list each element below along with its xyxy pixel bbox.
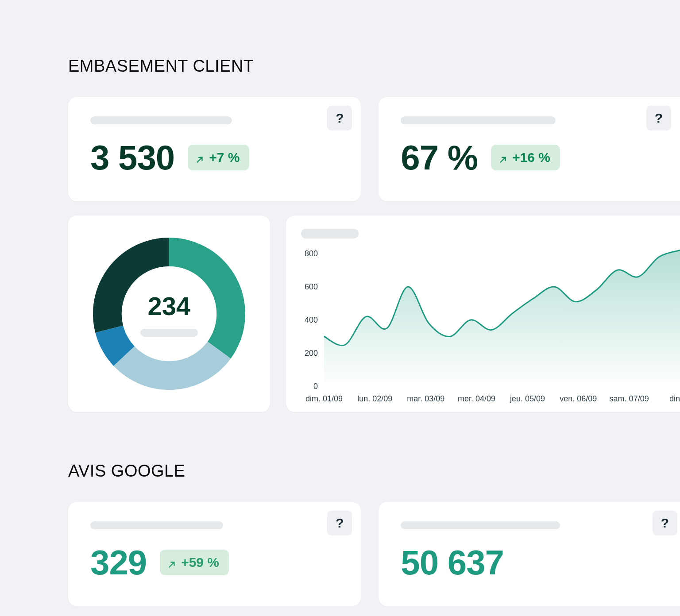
svg-text:jeu. 05/09: jeu. 05/09 [510,394,545,403]
area-chart: 0200400600800dim. 01/09lun. 02/09mar. 03… [299,249,680,408]
question-icon: ? [661,516,669,531]
question-icon: ? [655,111,663,126]
svg-text:din: din [669,394,680,403]
dashboard-canvas: EMBASEMENT CLIENT ? 3 530 +7 % ? [0,0,680,616]
svg-text:mer. 04/09: mer. 04/09 [458,394,495,403]
arrow-up-icon [195,153,205,162]
kpi-card-count: ? 3 530 +7 % [68,97,361,201]
kpi-value: 67 % [401,140,478,175]
kpi-card-rate: ? 67 % +16 % [379,97,680,201]
help-button[interactable]: ? [653,511,677,535]
trend-value: +7 % [209,150,240,165]
trend-badge: +59 % [160,550,229,575]
donut-chart-card: 234 [68,216,270,412]
kpi-value: 50 637 [401,545,504,580]
donut-center-value: 234 [148,291,191,321]
donut-sub-placeholder [140,329,198,337]
section-title-embasement: EMBASEMENT CLIENT [68,57,680,76]
question-icon: ? [336,516,344,531]
area-label-placeholder [301,229,359,239]
kpi-row-1: ? 3 530 +7 % ? 67 % [68,97,680,201]
arrow-up-icon [167,558,177,567]
kpi-label-placeholder [401,521,560,529]
kpi-value: 329 [90,545,147,580]
charts-row: 234 0200400600800dim. 01/09lun. 02/09mar… [68,216,680,412]
svg-text:mar. 03/09: mar. 03/09 [407,394,444,403]
svg-text:400: 400 [305,316,318,324]
kpi-card-avis-views: ? 50 637 [379,502,680,606]
trend-value: +16 % [512,150,550,165]
kpi-label-placeholder [401,116,556,124]
trend-badge: +16 % [491,145,560,170]
help-button[interactable]: ? [646,106,671,131]
question-icon: ? [336,111,344,126]
svg-text:600: 600 [305,282,318,291]
kpi-value: 3 530 [90,140,174,175]
svg-text:sam. 07/09: sam. 07/09 [610,394,649,403]
kpi-label-placeholder [90,521,223,529]
kpi-card-avis-count: ? 329 +59 % [68,502,361,606]
trend-badge: +7 % [188,145,249,170]
svg-text:0: 0 [313,382,318,391]
section-title-avis: AVIS GOOGLE [68,462,680,481]
svg-text:lun. 02/09: lun. 02/09 [357,394,392,403]
svg-text:ven. 06/09: ven. 06/09 [560,394,597,403]
kpi-row-2: ? 329 +59 % ? [68,502,680,606]
kpi-label-placeholder [90,116,232,124]
area-chart-card: 0200400600800dim. 01/09lun. 02/09mar. 03… [286,216,680,412]
svg-text:dim. 01/09: dim. 01/09 [305,394,343,403]
svg-text:800: 800 [305,249,318,258]
help-button[interactable]: ? [327,511,352,535]
trend-value: +59 % [181,555,219,570]
help-button[interactable]: ? [327,106,352,131]
svg-text:200: 200 [305,349,318,358]
arrow-up-icon [498,153,508,162]
